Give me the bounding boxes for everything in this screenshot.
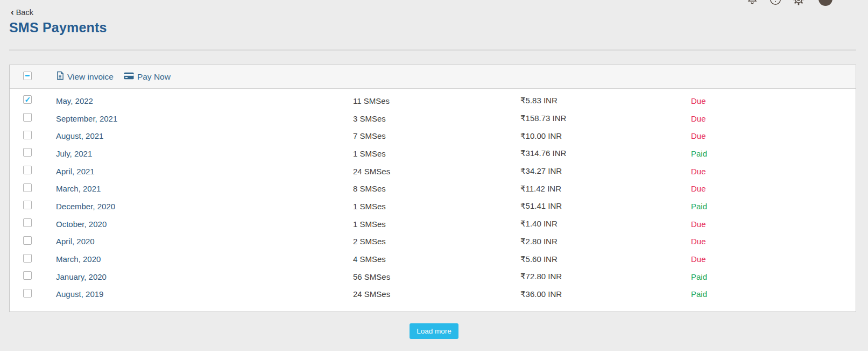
row-amount: ₹2.80 INR (520, 237, 691, 246)
row-sms-count: 4 SMSes (353, 254, 520, 264)
back-button[interactable]: ‹ Back (11, 8, 33, 17)
load-more-button[interactable]: Load more (410, 323, 458, 339)
avatar[interactable] (818, 0, 832, 6)
row-sms-count: 3 SMSes (353, 114, 520, 123)
row-month-link[interactable]: April, 2020 (56, 237, 353, 246)
row-status-badge: Paid (691, 272, 856, 281)
row-status-badge: Paid (691, 202, 856, 211)
row-month-link[interactable]: August, 2019 (56, 289, 353, 299)
help-icon[interactable] (769, 0, 782, 5)
row-amount: ₹5.60 INR (520, 254, 691, 264)
table-row: March, 2020 4 SMSes ₹5.60 INR Due (10, 250, 856, 268)
row-status-badge: Due (691, 114, 856, 123)
payments-panel: View invoice Pay Now May, 2022 11 SMSes … (9, 65, 856, 312)
view-invoice-button[interactable]: View invoice (56, 71, 114, 82)
row-month-link[interactable]: March, 2020 (56, 254, 353, 264)
row-status-badge: Due (691, 184, 856, 193)
table-row: August, 2021 7 SMSes ₹10.00 INR Due (10, 127, 856, 145)
row-amount: ₹36.00 INR (520, 289, 691, 299)
row-sms-count: 8 SMSes (353, 184, 520, 193)
row-sms-count: 11 SMSes (353, 96, 520, 105)
table-bottom-padding (10, 303, 856, 311)
row-month-link[interactable]: April, 2021 (56, 167, 353, 176)
view-invoice-label: View invoice (67, 72, 114, 82)
row-status-badge: Paid (691, 289, 856, 299)
row-month-link[interactable]: August, 2021 (56, 131, 353, 140)
row-amount: ₹158.73 INR (520, 114, 691, 123)
notifications-icon[interactable] (746, 0, 759, 5)
pay-now-button[interactable]: Pay Now (124, 72, 171, 82)
row-checkbox[interactable] (23, 148, 32, 157)
row-checkbox[interactable] (23, 289, 32, 298)
row-checkbox[interactable] (23, 254, 32, 263)
row-month-link[interactable]: July, 2021 (56, 149, 353, 158)
select-all-checkbox[interactable] (23, 72, 32, 80)
row-amount: ₹72.80 INR (520, 272, 691, 281)
row-sms-count: 1 SMSes (353, 220, 520, 229)
row-month-link[interactable]: September, 2021 (56, 114, 353, 123)
table-row: October, 2020 1 SMSes ₹1.40 INR Due (10, 215, 856, 233)
row-status-badge: Due (691, 237, 856, 246)
settings-icon[interactable] (792, 0, 805, 5)
bottom-strip (0, 351, 868, 354)
row-checkbox[interactable] (23, 166, 32, 174)
row-amount: ₹51.41 INR (520, 201, 691, 211)
table-row: December, 2020 1 SMSes ₹51.41 INR Paid (10, 197, 856, 215)
table-body: May, 2022 11 SMSes ₹5.83 INR Due Septemb… (10, 89, 856, 303)
row-status-badge: Paid (691, 149, 856, 158)
row-amount: ₹5.83 INR (520, 96, 691, 105)
row-checkbox[interactable] (23, 201, 32, 209)
row-sms-count: 1 SMSes (353, 202, 520, 211)
table-row: January, 2020 56 SMSes ₹72.80 INR Paid (10, 268, 856, 286)
row-month-link[interactable]: October, 2020 (56, 220, 353, 229)
table-row: May, 2022 11 SMSes ₹5.83 INR Due (10, 92, 856, 110)
row-checkbox[interactable] (23, 183, 32, 192)
table-toolbar: View invoice Pay Now (10, 65, 856, 89)
row-sms-count: 56 SMSes (353, 272, 520, 281)
document-icon (56, 71, 64, 82)
row-amount: ₹10.00 INR (520, 131, 691, 141)
row-status-badge: Due (691, 167, 856, 176)
table-row: March, 2021 8 SMSes ₹11.42 INR Due (10, 180, 856, 197)
row-month-link[interactable]: May, 2022 (56, 96, 353, 105)
row-status-badge: Due (691, 254, 856, 264)
table-row: August, 2019 24 SMSes ₹36.00 INR Paid (10, 286, 856, 303)
row-month-link[interactable]: March, 2021 (56, 184, 353, 193)
load-more-container: Load more (0, 323, 868, 339)
row-amount: ₹1.40 INR (520, 219, 691, 229)
row-checkbox[interactable] (23, 236, 32, 245)
row-sms-count: 7 SMSes (353, 131, 520, 140)
topbar-icons (746, 0, 832, 6)
row-checkbox[interactable] (23, 113, 32, 122)
row-sms-count: 2 SMSes (353, 237, 520, 246)
back-label: Back (16, 8, 33, 17)
pay-now-label: Pay Now (137, 72, 171, 82)
table-row: April, 2020 2 SMSes ₹2.80 INR Due (10, 233, 856, 251)
row-status-badge: Due (691, 96, 856, 105)
row-amount: ₹34.27 INR (520, 166, 691, 176)
row-status-badge: Due (691, 220, 856, 229)
row-checkbox[interactable] (23, 218, 32, 227)
row-sms-count: 1 SMSes (353, 149, 520, 158)
row-amount: ₹314.76 INR (520, 148, 691, 158)
table-row: September, 2021 3 SMSes ₹158.73 INR Due (10, 110, 856, 128)
table-row: April, 2021 24 SMSes ₹34.27 INR Due (10, 162, 856, 180)
row-checkbox[interactable] (23, 131, 32, 139)
table-row: July, 2021 1 SMSes ₹314.76 INR Paid (10, 145, 856, 162)
row-month-link[interactable]: January, 2020 (56, 272, 353, 281)
row-amount: ₹11.42 INR (520, 184, 691, 194)
chevron-left-icon: ‹ (11, 8, 14, 17)
row-status-badge: Due (691, 131, 856, 140)
row-month-link[interactable]: December, 2020 (56, 202, 353, 211)
row-sms-count: 24 SMSes (353, 167, 520, 176)
row-checkbox[interactable] (23, 95, 32, 104)
page-title: SMS Payments (9, 20, 868, 36)
credit-card-icon (124, 72, 134, 82)
row-sms-count: 24 SMSes (353, 289, 520, 299)
row-checkbox[interactable] (23, 271, 32, 280)
title-divider (9, 49, 856, 51)
